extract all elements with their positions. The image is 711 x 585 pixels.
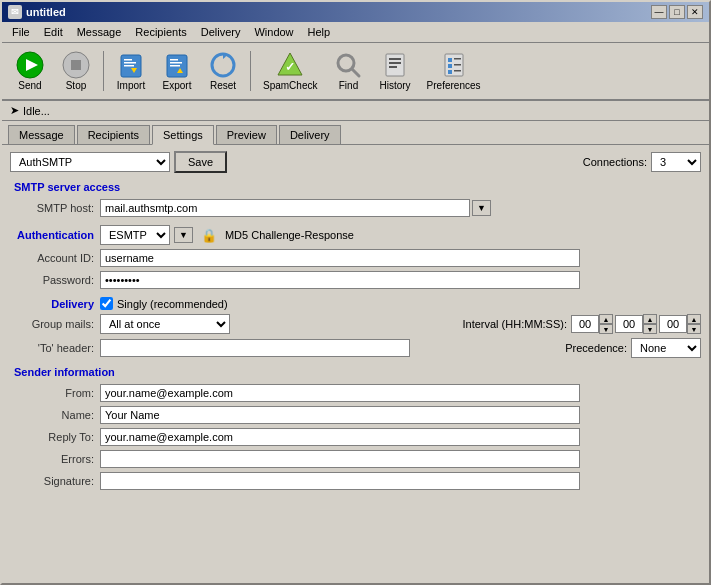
password-input[interactable] bbox=[100, 271, 580, 289]
toolbar-sep-2 bbox=[250, 51, 251, 91]
auth-method-select[interactable]: ESMTP bbox=[100, 225, 170, 245]
reset-icon bbox=[209, 51, 237, 79]
group-interval-row: Group mails: All at once Interval (HH:MM… bbox=[10, 314, 701, 334]
profile-row: AuthSMTP Save Connections: 3 bbox=[10, 151, 701, 173]
import-button[interactable]: Import bbox=[109, 47, 153, 95]
to-header-label: 'To' header: bbox=[10, 342, 100, 354]
title-bar: ✉ untitled — □ ✕ bbox=[2, 2, 709, 22]
sender-header: Sender information bbox=[14, 366, 701, 378]
preferences-icon bbox=[440, 51, 468, 79]
find-label: Find bbox=[339, 80, 358, 91]
toolbar: Send Stop Import bbox=[2, 43, 709, 101]
interval-s-up[interactable]: ▲ bbox=[687, 314, 701, 324]
reset-button[interactable]: Reset bbox=[201, 47, 245, 95]
singly-label: Singly (recommended) bbox=[117, 298, 228, 310]
precedence-select[interactable]: None bbox=[631, 338, 701, 358]
reply-row: Reply To: bbox=[10, 428, 701, 446]
main-window: ✉ untitled — □ ✕ File Edit Message Recip… bbox=[0, 0, 711, 585]
menu-bar: File Edit Message Recipients Delivery Wi… bbox=[2, 22, 709, 43]
menu-delivery[interactable]: Delivery bbox=[195, 24, 247, 40]
minimize-button[interactable]: — bbox=[651, 5, 667, 19]
tab-recipients[interactable]: Recipients bbox=[77, 125, 150, 144]
name-input[interactable] bbox=[100, 406, 580, 424]
send-button[interactable]: Send bbox=[8, 47, 52, 95]
maximize-button[interactable]: □ bbox=[669, 5, 685, 19]
menu-help[interactable]: Help bbox=[302, 24, 337, 40]
spamcheck-button[interactable]: ✓ SpamCheck bbox=[256, 47, 324, 95]
status-text: Idle... bbox=[23, 105, 50, 117]
interval-m-input[interactable] bbox=[615, 315, 643, 333]
window-title: untitled bbox=[26, 6, 66, 18]
smtp-host-dropdown[interactable]: ▼ bbox=[472, 200, 491, 216]
smtp-header: SMTP server access bbox=[14, 181, 701, 193]
tab-settings[interactable]: Settings bbox=[152, 125, 214, 145]
interval-h-up[interactable]: ▲ bbox=[599, 314, 613, 324]
tab-delivery[interactable]: Delivery bbox=[279, 125, 341, 144]
svg-rect-22 bbox=[389, 66, 397, 68]
errors-label: Errors: bbox=[10, 453, 100, 465]
auth-challenge: MD5 Challenge-Response bbox=[225, 229, 354, 241]
auth-dropdown-btn[interactable]: ▼ bbox=[174, 227, 193, 243]
signature-label: Signature: bbox=[10, 475, 100, 487]
svg-rect-11 bbox=[170, 62, 182, 64]
stop-button[interactable]: Stop bbox=[54, 47, 98, 95]
svg-rect-29 bbox=[454, 70, 461, 72]
signature-row: Signature: bbox=[10, 472, 701, 490]
menu-edit[interactable]: Edit bbox=[38, 24, 69, 40]
auth-label[interactable]: Authentication bbox=[10, 229, 100, 241]
save-button[interactable]: Save bbox=[174, 151, 227, 173]
status-icon: ➤ bbox=[10, 104, 19, 117]
to-precedence-row: 'To' header: Precedence: None bbox=[10, 338, 701, 358]
svg-rect-3 bbox=[71, 60, 81, 70]
sender-section: Sender information From: Name: Reply To:… bbox=[10, 366, 701, 490]
tab-preview[interactable]: Preview bbox=[216, 125, 277, 144]
delivery-header-row: Delivery Singly (recommended) bbox=[10, 297, 701, 310]
tab-message[interactable]: Message bbox=[8, 125, 75, 144]
title-bar-left: ✉ untitled bbox=[8, 5, 66, 19]
close-button[interactable]: ✕ bbox=[687, 5, 703, 19]
reply-label: Reply To: bbox=[10, 431, 100, 443]
menu-message[interactable]: Message bbox=[71, 24, 128, 40]
menu-window[interactable]: Window bbox=[248, 24, 299, 40]
smtp-host-label: SMTP host: bbox=[10, 202, 100, 214]
password-label: Password: bbox=[10, 274, 100, 286]
menu-file[interactable]: File bbox=[6, 24, 36, 40]
smtp-host-input[interactable] bbox=[100, 199, 470, 217]
interval-m-up[interactable]: ▲ bbox=[643, 314, 657, 324]
errors-input[interactable] bbox=[100, 450, 580, 468]
account-row: Account ID: bbox=[10, 249, 701, 267]
to-header-input[interactable] bbox=[100, 339, 410, 357]
find-button[interactable]: Find bbox=[326, 47, 370, 95]
delivery-label[interactable]: Delivery bbox=[10, 298, 100, 310]
singly-row: Singly (recommended) bbox=[100, 297, 228, 310]
history-button[interactable]: History bbox=[372, 47, 417, 95]
svg-rect-6 bbox=[124, 62, 136, 64]
interval-s-down[interactable]: ▼ bbox=[687, 324, 701, 334]
singly-checkbox[interactable] bbox=[100, 297, 113, 310]
svg-rect-19 bbox=[386, 54, 404, 76]
from-input[interactable] bbox=[100, 384, 580, 402]
lock-icon: 🔒 bbox=[201, 228, 217, 243]
auth-row: Authentication ESMTP ▼ 🔒 MD5 Challenge-R… bbox=[10, 225, 701, 245]
reply-input[interactable] bbox=[100, 428, 580, 446]
stop-icon bbox=[62, 51, 90, 79]
profile-select[interactable]: AuthSMTP bbox=[10, 152, 170, 172]
account-input[interactable] bbox=[100, 249, 580, 267]
svg-rect-28 bbox=[448, 70, 452, 74]
connections-select[interactable]: 3 bbox=[651, 152, 701, 172]
interval-h-down[interactable]: ▼ bbox=[599, 324, 613, 334]
svg-rect-25 bbox=[454, 58, 461, 60]
interval-h-input[interactable] bbox=[571, 315, 599, 333]
history-icon bbox=[381, 51, 409, 79]
interval-m-down[interactable]: ▼ bbox=[643, 324, 657, 334]
from-label: From: bbox=[10, 387, 100, 399]
stop-label: Stop bbox=[66, 80, 87, 91]
export-button[interactable]: Export bbox=[155, 47, 199, 95]
interval-s-input[interactable] bbox=[659, 315, 687, 333]
menu-recipients[interactable]: Recipients bbox=[129, 24, 192, 40]
title-bar-buttons: — □ ✕ bbox=[651, 5, 703, 19]
svg-rect-24 bbox=[448, 58, 452, 62]
group-select[interactable]: All at once bbox=[100, 314, 230, 334]
signature-input[interactable] bbox=[100, 472, 580, 490]
preferences-button[interactable]: Preferences bbox=[420, 47, 488, 95]
